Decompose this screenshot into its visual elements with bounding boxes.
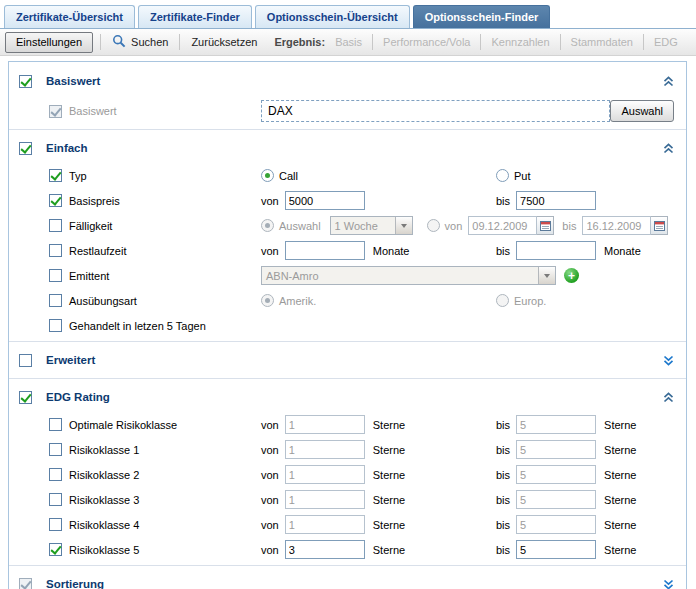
toolbar-separator xyxy=(179,34,180,50)
datum-von-radio[interactable] xyxy=(427,219,440,232)
sterne-label: Sterne xyxy=(604,469,636,481)
date-von-input[interactable] xyxy=(468,216,537,235)
einstellungen-button[interactable]: Einstellungen xyxy=(5,32,93,53)
restlaufzeit-von-input[interactable] xyxy=(285,241,365,260)
tab-optionsschein-uebersicht[interactable]: Optionsschein-Übersicht xyxy=(255,5,410,28)
dropdown-arrow-icon xyxy=(538,267,555,284)
sterne-label: Sterne xyxy=(373,544,405,556)
basispreis-checkbox[interactable] xyxy=(49,194,62,207)
amerik-radio[interactable] xyxy=(261,294,274,307)
edg-section-checkbox[interactable] xyxy=(19,391,32,404)
date-bis-field xyxy=(582,216,668,235)
gehandelt-checkbox[interactable] xyxy=(49,319,62,332)
zuruecksetzen-button[interactable]: Zurücksetzen xyxy=(187,34,261,50)
toolbar-separator xyxy=(100,34,101,50)
sterne-label: Sterne xyxy=(373,469,405,481)
von-label: von xyxy=(261,469,279,481)
section-separator xyxy=(9,565,686,566)
bis-sterne-input[interactable] xyxy=(516,465,596,484)
tab-zertifikate-uebersicht[interactable]: Zertifikate-Übersicht xyxy=(4,5,135,28)
emittent-select-value: ABN-Amro xyxy=(262,270,538,282)
row-label: Typ xyxy=(69,170,87,182)
call-radio[interactable] xyxy=(261,169,274,182)
bis-sterne-input[interactable] xyxy=(516,440,596,459)
bis-sterne-input[interactable] xyxy=(516,540,596,559)
bis-sterne-input[interactable] xyxy=(516,515,596,534)
date-bis-input[interactable] xyxy=(582,216,651,235)
bis-sterne-input[interactable] xyxy=(516,415,596,434)
einfach-section-checkbox[interactable] xyxy=(19,142,32,155)
result-tab-basis[interactable]: Basis xyxy=(332,36,365,48)
collapse-chevron-up-icon[interactable] xyxy=(663,76,674,87)
row-label: Gehandelt in letzen 5 Tagen xyxy=(69,320,206,332)
row-label: Risikoklasse 2 xyxy=(69,469,139,481)
optionsschein-finder-window: Zertifikate-Übersicht Zertifikate-Finder… xyxy=(0,0,696,589)
expand-chevron-down-icon[interactable] xyxy=(663,355,674,366)
section-separator xyxy=(9,378,686,379)
basiswert-checkbox[interactable] xyxy=(49,105,62,118)
result-tab-edg[interactable]: EDG xyxy=(651,36,681,48)
risikoklasse-2-checkbox[interactable] xyxy=(49,468,62,481)
calendar-icon[interactable] xyxy=(537,216,554,235)
emittent-select[interactable]: ABN-Amro xyxy=(261,266,556,285)
basiswert-section-checkbox[interactable] xyxy=(19,75,32,88)
section-title: Sortierung xyxy=(46,578,104,589)
sortierung-section-checkbox[interactable] xyxy=(19,578,32,589)
basispreis-bis-input[interactable] xyxy=(516,191,596,210)
europ-label: Europ. xyxy=(514,295,546,307)
risikoklasse-1-checkbox[interactable] xyxy=(49,443,62,456)
filter-panel: Basiswert Basiswert DAX Auswahl Einfach xyxy=(8,61,687,589)
periode-select[interactable]: 1 Woche xyxy=(330,216,413,235)
von-sterne-input[interactable] xyxy=(285,440,365,459)
section-separator xyxy=(9,341,686,342)
auswahl-button[interactable]: Auswahl xyxy=(610,100,674,122)
ausuebungsart-row: Ausübungsart Amerik. Europ. xyxy=(9,288,686,313)
section-separator xyxy=(9,129,686,130)
von-sterne-input[interactable] xyxy=(285,415,365,434)
ausuebungsart-checkbox[interactable] xyxy=(49,294,62,307)
europ-radio[interactable] xyxy=(496,294,509,307)
basispreis-von-input[interactable] xyxy=(285,191,365,210)
faelligkeit-checkbox[interactable] xyxy=(49,219,62,232)
basiswert-input[interactable]: DAX xyxy=(261,100,610,122)
risikoklasse-3-checkbox[interactable] xyxy=(49,493,62,506)
zuruecksetzen-label: Zurücksetzen xyxy=(191,36,257,48)
restlaufzeit-checkbox[interactable] xyxy=(49,244,62,257)
row-label: Optimale Risikoklasse xyxy=(69,419,177,431)
tab-zertifikate-finder[interactable]: Zertifikate-Finder xyxy=(138,5,252,28)
collapse-chevron-up-icon[interactable] xyxy=(663,392,674,403)
section-header-sortierung: Sortierung xyxy=(9,569,686,589)
risikoklasse-4-checkbox[interactable] xyxy=(49,518,62,531)
von-sterne-input[interactable] xyxy=(285,490,365,509)
von-sterne-input[interactable] xyxy=(285,540,365,559)
section-title: EDG Rating xyxy=(46,391,110,403)
emittent-checkbox[interactable] xyxy=(49,269,62,282)
collapse-chevron-up-icon[interactable] xyxy=(663,143,674,154)
put-radio[interactable] xyxy=(496,169,509,182)
von-label: von xyxy=(261,519,279,531)
suchen-button[interactable]: Suchen xyxy=(108,32,172,52)
result-tab-performance-vola[interactable]: Performance/Vola xyxy=(380,36,473,48)
bis-sterne-input[interactable] xyxy=(516,490,596,509)
optimale-risikoklasse-checkbox[interactable] xyxy=(49,418,62,431)
bis-label: bis xyxy=(496,494,510,506)
von-sterne-input[interactable] xyxy=(285,515,365,534)
calendar-icon[interactable] xyxy=(651,216,668,235)
add-emittent-icon[interactable]: + xyxy=(564,268,579,283)
erweitert-section-checkbox[interactable] xyxy=(19,354,32,367)
risikoklasse-5-checkbox[interactable] xyxy=(49,543,62,556)
result-tab-kennzahlen[interactable]: Kennzahlen xyxy=(488,36,552,48)
amerik-label: Amerik. xyxy=(279,295,316,307)
bis-label: bis xyxy=(496,419,510,431)
typ-checkbox[interactable] xyxy=(49,169,62,182)
basiswert-row: Basiswert DAX Auswahl xyxy=(9,96,686,126)
von-label: von xyxy=(261,494,279,506)
tab-optionsschein-finder[interactable]: Optionsschein-Finder xyxy=(413,5,551,28)
restlaufzeit-bis-input[interactable] xyxy=(516,241,596,260)
toolbar-separator xyxy=(372,34,373,50)
date-von-field xyxy=(468,216,554,235)
expand-chevron-down-icon[interactable] xyxy=(663,579,674,589)
von-sterne-input[interactable] xyxy=(285,465,365,484)
result-tab-stammdaten[interactable]: Stammdaten xyxy=(568,36,636,48)
auswahl-radio[interactable] xyxy=(261,219,274,232)
